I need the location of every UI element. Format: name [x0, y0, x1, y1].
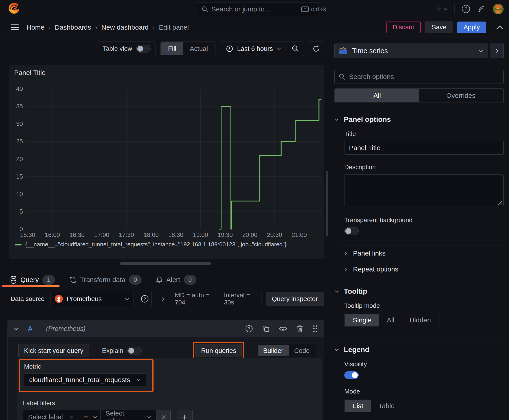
query-ref-id: A: [28, 325, 32, 333]
builder-option[interactable]: Builder: [258, 345, 289, 356]
transparent-bg-label: Transparent background: [344, 217, 504, 224]
legend-series-label[interactable]: {__name__="cloudflared_tunnel_total_requ…: [25, 241, 287, 248]
fill-option[interactable]: Fill: [161, 42, 183, 55]
divider: [329, 337, 509, 338]
datasource-label: Data source: [11, 295, 45, 302]
delete-query-icon[interactable]: [296, 325, 304, 332]
duplicate-query-icon[interactable]: [262, 325, 270, 332]
chevron-right-icon: [344, 267, 347, 271]
search-options-input[interactable]: [349, 73, 499, 81]
datasource-picker[interactable]: Prometheus: [50, 292, 134, 306]
tab-transform-label: Transform data: [80, 276, 125, 284]
global-search[interactable]: ctrl+k: [197, 2, 319, 16]
operator-dropdown[interactable]: =: [79, 410, 100, 420]
breadcrumb-dashboards[interactable]: Dashboards: [55, 23, 91, 31]
svg-text:20: 20: [16, 156, 23, 162]
drag-handle-icon[interactable]: [312, 325, 318, 332]
viz-suggestions-button[interactable]: [490, 44, 504, 58]
vertical-scrollbar[interactable]: [326, 171, 328, 236]
refresh-button[interactable]: [309, 42, 324, 56]
search-options-box[interactable]: [334, 70, 504, 83]
timeseries-viz-icon: [339, 47, 348, 55]
grafana-logo-icon[interactable]: [8, 3, 20, 15]
save-button[interactable]: Save: [425, 22, 452, 33]
table-view-toggle[interactable]: [136, 45, 151, 52]
datasource-row: Data source Prometheus ? MD = auto =: [11, 292, 324, 306]
time-range-picker[interactable]: Last 6 hours: [220, 42, 287, 56]
chevron-down-icon[interactable]: [14, 327, 19, 330]
query-help-icon[interactable]: ?: [245, 325, 253, 333]
select-label-dropdown[interactable]: Select label: [23, 410, 79, 420]
shortcut-label: ctrl+k: [311, 6, 326, 13]
tooltip-hidden-option[interactable]: Hidden: [402, 314, 439, 326]
label-filters-label: Label filters: [23, 400, 317, 407]
user-avatar[interactable]: [493, 4, 504, 14]
description-field-label: Description: [344, 164, 504, 171]
metric-select[interactable]: cloudflared_tunnel_total_requests: [24, 373, 146, 386]
global-search-input[interactable]: [211, 5, 298, 13]
query-editor-card: A (Prometheus) ?: [8, 320, 324, 420]
query-options-row[interactable]: MD = auto = 704 Interval = 30s: [156, 292, 262, 306]
panel-options-header[interactable]: Panel options: [334, 115, 504, 124]
menu-icon[interactable]: [11, 24, 19, 31]
tab-alert[interactable]: Alert 0: [156, 272, 196, 288]
svg-text:16:00: 16:00: [45, 232, 60, 238]
tab-overrides[interactable]: Overrides: [419, 89, 503, 102]
chevron-down-icon: [93, 416, 97, 419]
code-option[interactable]: Code: [289, 345, 315, 356]
horizontal-resize-handle[interactable]: [120, 262, 211, 265]
interval-summary: Interval = 30s: [224, 292, 256, 306]
datasource-help-button[interactable]: ?: [138, 292, 152, 306]
tooltip-single-option[interactable]: Single: [345, 314, 379, 326]
breadcrumb-home[interactable]: Home: [26, 23, 45, 31]
description-textarea[interactable]: [344, 174, 504, 206]
panel-title-input-box: [344, 141, 504, 155]
panel-links-section[interactable]: Panel links: [344, 246, 504, 261]
breadcrumb-new-dashboard[interactable]: New dashboard: [101, 23, 149, 31]
explain-toggle[interactable]: [127, 347, 142, 354]
hide-query-icon[interactable]: [279, 325, 287, 332]
tab-transform-data[interactable]: Transform data 0: [69, 272, 142, 288]
resize-handle-icon[interactable]: [498, 201, 502, 205]
tab-all[interactable]: All: [335, 89, 419, 102]
svg-text:5: 5: [20, 208, 23, 215]
news-icon[interactable]: [477, 5, 486, 14]
svg-text:18:00: 18:00: [144, 232, 159, 238]
edit-panel-main: Table view Fill Actual Last 6 hours: [0, 37, 329, 420]
query-row-header[interactable]: A (Prometheus) ?: [8, 321, 324, 337]
help-icon[interactable]: ?: [461, 5, 471, 14]
tooltip-all-option[interactable]: All: [379, 314, 402, 326]
zoom-out-button[interactable]: [287, 42, 304, 56]
legend-mode-list-option[interactable]: List: [345, 400, 371, 412]
metric-highlight: Metric cloudflared_tunnel_total_requests: [19, 359, 153, 392]
kick-start-query-button[interactable]: Kick start your query: [18, 344, 89, 357]
fill-actual-segment: Fill Actual: [160, 42, 216, 56]
add-filter-button[interactable]: [177, 410, 193, 420]
tooltip-section-header[interactable]: Tooltip: [334, 287, 504, 295]
svg-text:?: ?: [464, 6, 467, 12]
select-value-dropdown[interactable]: Select value: [100, 410, 157, 420]
chart-legend: {__name__="cloudflared_tunnel_total_requ…: [15, 241, 287, 248]
visualization-picker[interactable]: Time series: [334, 44, 488, 58]
legend-mode-table-option[interactable]: Table: [371, 400, 403, 412]
panel-preview: Panel Title 051015202530354015:3016:0016…: [9, 65, 324, 259]
breadcrumb-bar: Home › Dashboards › New dashboard › Edit…: [0, 18, 509, 37]
actual-option[interactable]: Actual: [183, 42, 215, 55]
collapse-editor-icon[interactable]: [496, 25, 504, 30]
explain-label: Explain: [102, 347, 123, 354]
remove-filter-button[interactable]: [157, 410, 171, 420]
timeseries-chart[interactable]: 051015202530354015:3016:0016:3017:0017:3…: [9, 65, 324, 259]
breadcrumb-edit-panel: Edit panel: [159, 23, 189, 31]
repeat-options-section[interactable]: Repeat options: [344, 261, 504, 277]
legend-visibility-toggle[interactable]: [344, 371, 359, 379]
apply-button[interactable]: Apply: [457, 22, 486, 33]
time-range-control: Last 6 hours: [220, 42, 304, 56]
legend-section-header[interactable]: Legend: [334, 345, 504, 354]
transparent-bg-toggle[interactable]: [344, 227, 359, 235]
add-new-button[interactable]: [436, 5, 448, 13]
tab-query[interactable]: Query 1: [10, 272, 55, 288]
query-inspector-button[interactable]: Query inspector: [266, 292, 324, 306]
panel-title-input[interactable]: [349, 144, 499, 152]
run-queries-button[interactable]: Run queries: [196, 344, 242, 357]
discard-button[interactable]: Discard: [387, 22, 421, 33]
